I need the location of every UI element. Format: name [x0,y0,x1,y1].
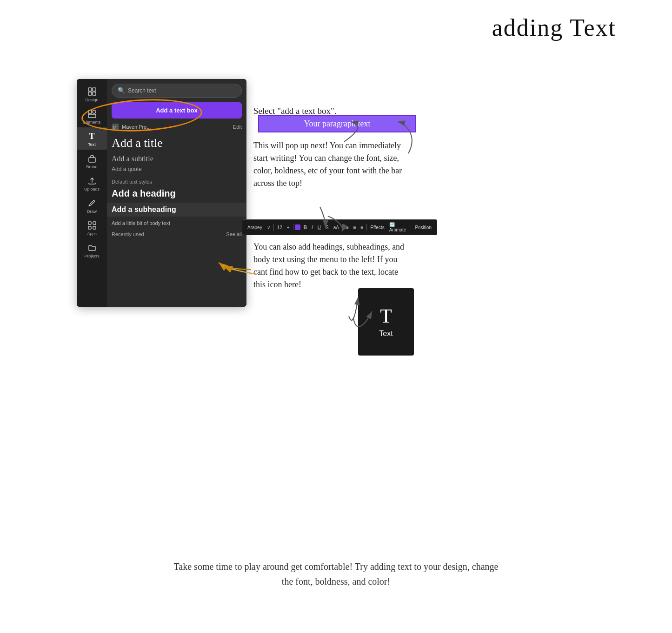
body-style[interactable]: Add a little bit of body text [112,220,242,226]
toolbar-font: Arapey [246,224,264,231]
headings-callout: You can also add headings, subheadings, … [253,241,412,291]
apps-icon [87,220,97,231]
uploads-icon [87,176,97,186]
design-label: Design [85,98,98,102]
projects-icon [87,243,97,253]
toolbar-divider-3 [342,224,343,231]
title-style[interactable]: Add a title [112,135,242,151]
toolbar-divider-4 [366,224,367,231]
sidebar-item-uploads[interactable]: Uploads [77,172,107,194]
toolbar-position[interactable]: Position [413,224,433,231]
search-icon: 🔍 [118,87,125,94]
bottom-text: Take some time to play around get comfor… [173,559,499,589]
text-T-symbol: T [380,306,392,326]
heading-style[interactable]: Add a heading [112,188,242,199]
text-label: Text [88,143,96,147]
svg-point-5 [93,110,96,113]
svg-rect-7 [89,158,95,162]
sidebar-item-apps[interactable]: Apps [77,217,107,239]
quote-style[interactable]: Add a quote [112,166,242,172]
sidebar-item-text[interactable]: T Text [77,127,107,150]
page-title: adding Text [492,14,616,41]
toolbar-case[interactable]: aA [332,224,340,231]
svg-rect-10 [88,226,91,229]
apps-label: Apps [87,232,97,236]
elements-label: Elements [83,120,101,125]
elements-icon [87,109,97,119]
toolbar-underline[interactable]: U [316,224,322,231]
toolbar-preview: Arapey ∨ 12 + B I U S aA ≡ ≡ ≡ Effects 🔄… [242,219,437,235]
toolbar-plus: + [286,224,291,231]
svg-text:M: M [113,125,117,130]
toolbar-align3[interactable]: ≡ [359,224,365,231]
draw-label: Draw [87,210,97,214]
toolbar-align1[interactable]: ≡ [345,224,350,231]
add-textbox-button[interactable]: Add a text box [112,102,242,119]
toolbar-animate[interactable]: 🔄 Animate [388,222,412,233]
toolbar-effects[interactable]: Effects [369,224,386,231]
text-icon-box: T Text [358,288,414,356]
design-icon [87,86,97,97]
projects-label: Projects [84,254,100,258]
svg-rect-3 [93,92,96,95]
subtitle-style[interactable]: Add a subtitle [112,155,242,163]
font-row: M Maven Pro... Edit [112,123,242,131]
svg-rect-2 [88,92,92,95]
subheading-style[interactable]: Add a subheading [107,203,246,217]
brand-label: Brand [86,165,97,169]
ui-screenshot: Design Elements T Text Bran [77,79,246,307]
svg-rect-1 [93,88,96,91]
svg-rect-11 [93,226,96,229]
sidebar-item-draw[interactable]: Draw [77,194,107,217]
toolbar-divider-1 [273,224,274,231]
brand-icon [87,153,97,164]
svg-rect-8 [88,222,91,224]
text-panel: 🔍 Search text Add a text box M Maven Pro… [107,79,246,307]
uploads-label: Uploads [84,187,100,191]
popup-description: This will pop up next! You can immediate… [253,139,412,190]
toolbar-bold[interactable]: B [302,224,308,231]
text-sidebar-icon: T [87,131,97,141]
sidebar-item-design[interactable]: Design [77,83,107,105]
select-callout: Select "add a text box". [253,106,337,116]
svg-rect-6 [88,114,96,118]
draw-icon [87,198,97,208]
toolbar-align2[interactable]: ≡ [352,224,358,231]
default-styles-label: Default text styles [112,179,242,185]
font-name: Maven Pro... [122,124,151,130]
svg-rect-9 [93,222,96,224]
edit-link[interactable]: Edit [233,124,242,130]
sidebar: Design Elements T Text Bran [77,79,107,307]
toolbar-strikethrough[interactable]: S [324,224,330,231]
paragraph-preview: Your paragraph text [258,115,416,132]
sidebar-item-projects[interactable]: Projects [77,239,107,261]
sidebar-item-elements[interactable]: Elements [77,105,107,127]
svg-rect-0 [88,88,92,91]
recently-used-label: Recently used [112,231,144,237]
svg-rect-4 [88,110,92,113]
search-placeholder: Search text [128,87,156,94]
toolbar-color [295,224,300,230]
search-bar[interactable]: 🔍 Search text [112,84,242,98]
recently-used-row: Recently used See all [112,231,242,237]
see-all-link[interactable]: See all [226,231,242,237]
sidebar-item-brand[interactable]: Brand [77,150,107,172]
toolbar-size: 12 [276,224,284,231]
toolbar-chevron: ∨ [266,224,272,231]
toolbar-divider-2 [293,224,293,231]
toolbar-italic[interactable]: I [310,224,314,231]
text-icon-label: Text [379,330,393,338]
